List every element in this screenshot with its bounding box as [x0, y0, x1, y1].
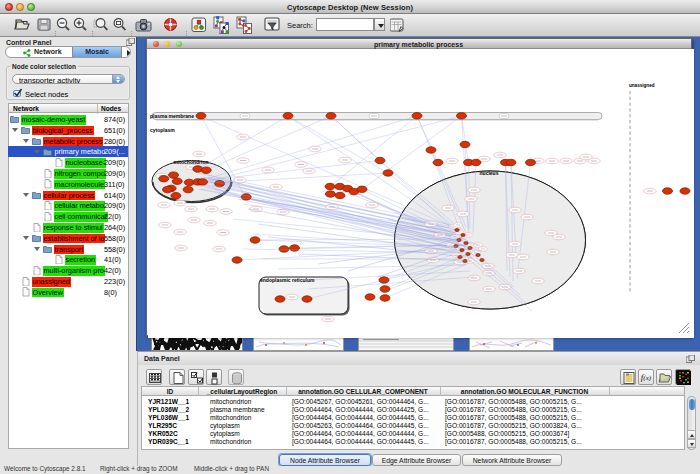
svg-text:plasma membrane: plasma membrane: [150, 113, 194, 119]
svg-text:mitochondrion: mitochondrion: [173, 159, 208, 165]
svg-text:cytoplasm: cytoplasm: [150, 127, 175, 133]
svg-text:nucleus: nucleus: [479, 170, 498, 176]
svg-text:unassigned: unassigned: [629, 83, 655, 88]
